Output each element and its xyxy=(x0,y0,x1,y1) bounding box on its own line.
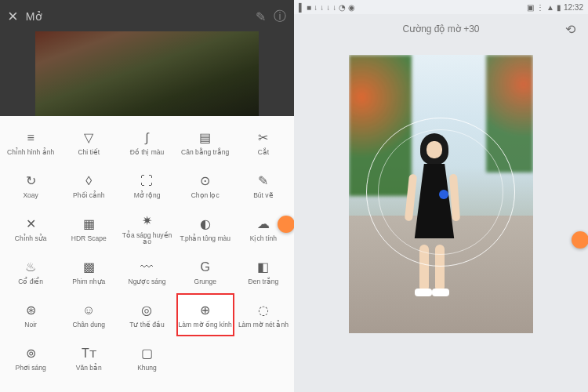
tool-glow[interactable]: ⊚Phơi sáng xyxy=(2,336,60,379)
tool-rotate[interactable]: ↻Xoay xyxy=(2,164,60,207)
tool-headpose[interactable]: ◎Tư thế đầu xyxy=(118,293,176,336)
retrolux-icon: 〰 xyxy=(138,259,155,276)
details-icon: ▽ xyxy=(80,129,97,147)
crop-icon: ✂ xyxy=(255,129,272,147)
slider-value: Cường độ mờ +30 xyxy=(402,24,479,34)
download-icon: ↓ xyxy=(332,3,336,12)
tool-curves[interactable]: ∫Đồ thị màu xyxy=(118,121,176,164)
selective-icon: ⊙ xyxy=(197,172,214,190)
tool-label: Đồ thị màu xyxy=(129,149,166,156)
tool-label: Đen trắng xyxy=(247,278,281,285)
tool-label: Cân bằng trắng xyxy=(180,149,230,156)
right-screenshot: ▌ ■ ↓ ↓ ↓ ↓ ◔ ◉ ▣ ⋮ ▲ ▮ 12:32 Cường độ m… xyxy=(294,0,588,392)
photo xyxy=(349,55,533,333)
tool-label: Ngược sáng xyxy=(127,278,168,285)
tool-details[interactable]: ▽Chi tiết xyxy=(60,121,118,164)
healing-icon: ✕ xyxy=(22,216,39,233)
glamour-icon: ✷ xyxy=(138,212,155,230)
tool-label: Bút vẽ xyxy=(252,192,274,199)
tool-label: Tư thế đầu xyxy=(128,321,165,328)
tool-vignette[interactable]: ◌Làm mờ nét ảnh xyxy=(234,293,292,336)
tool-selective[interactable]: ⊙Chọn lọc xyxy=(176,164,234,207)
tool-noir[interactable]: ⊛Noir xyxy=(2,293,60,336)
tonal-icon: ◐ xyxy=(197,216,214,233)
left-top-bar: × Mở ✎ ⓘ xyxy=(0,0,294,33)
tool-label: Phối cảnh xyxy=(71,192,106,199)
edit-icon[interactable]: ✎ xyxy=(256,9,266,24)
fab-button[interactable] xyxy=(278,216,295,233)
top-dim-area: × Mở ✎ ⓘ xyxy=(0,0,294,116)
rotate-icon[interactable]: ⟲ xyxy=(565,22,575,37)
vignette-icon: ◌ xyxy=(255,302,272,319)
tool-label: Noir xyxy=(23,321,38,328)
close-icon[interactable]: × xyxy=(8,6,18,27)
circle-icon: ◉ xyxy=(348,3,355,12)
whitebalance-icon: ▤ xyxy=(197,129,214,147)
tool-label: Phim nhựa xyxy=(71,278,107,285)
tool-label: Chọn lọc xyxy=(190,192,221,199)
left-screenshot: × Mở ✎ ⓘ ≡Chỉnh hình ảnh▽Chi tiết∫Đồ thị… xyxy=(0,0,294,392)
tool-label: HDR Scape xyxy=(70,235,108,242)
battery-icon: ▮ xyxy=(557,3,561,12)
tool-label: Kịch tính xyxy=(249,235,278,242)
tool-lensblur[interactable]: ⊕Làm mờ ống kính xyxy=(176,293,234,336)
glow-icon: ⊚ xyxy=(22,345,39,362)
tool-crop[interactable]: ✂Cắt xyxy=(234,121,292,164)
preview-image xyxy=(35,31,259,116)
tool-hdr[interactable]: ▦HDR Scape xyxy=(60,207,118,250)
tool-retrolux[interactable]: 〰Ngược sáng xyxy=(118,250,176,293)
signal-icon: ▲ xyxy=(546,3,554,12)
portrait-icon: ☺ xyxy=(80,302,97,319)
grunge-icon: G xyxy=(197,259,214,276)
tool-tonal[interactable]: ◐T.phản tông màu xyxy=(176,207,234,250)
fab-button[interactable] xyxy=(572,231,588,249)
tool-text[interactable]: TᴛVăn bản xyxy=(60,336,118,379)
tune-icon: ≡ xyxy=(22,129,39,147)
tool-label: Mở rộng xyxy=(132,192,162,199)
blur-center-handle[interactable] xyxy=(439,190,448,199)
text-icon: Tᴛ xyxy=(80,345,97,362)
info-icon[interactable]: ⓘ xyxy=(274,9,286,25)
tool-label: Cắt xyxy=(256,149,271,156)
perspective-icon: ◊ xyxy=(80,172,97,190)
tool-label: Grunge xyxy=(193,278,218,285)
tool-label: Xoay xyxy=(21,192,39,199)
frames-icon: ▢ xyxy=(138,345,155,362)
tool-vintage[interactable]: ♨Cổ điển xyxy=(2,250,60,293)
download-icon: ↓ xyxy=(314,3,318,12)
vintage-icon: ♨ xyxy=(22,259,39,276)
tool-label: Chi tiết xyxy=(76,149,101,156)
status-left-icons: ▌ ■ ↓ ↓ ↓ ↓ ◔ ◉ xyxy=(299,3,355,12)
tool-brush[interactable]: ✎Bút vẽ xyxy=(234,164,292,207)
tool-glamour[interactable]: ✷Tỏa sáng huyền ảo xyxy=(118,207,176,250)
clock: 12:32 xyxy=(564,3,583,12)
tool-label: Phơi sáng xyxy=(14,365,48,372)
curves-icon: ∫ xyxy=(138,129,155,147)
cast-icon: ▣ xyxy=(527,3,534,12)
tool-label: Làm mờ ống kính xyxy=(177,321,234,328)
tool-tune[interactable]: ≡Chỉnh hình ảnh xyxy=(2,121,60,164)
tool-healing[interactable]: ✕Chỉnh sửa xyxy=(2,207,60,250)
tool-label: Tỏa sáng huyền ảo xyxy=(118,232,176,245)
tool-portrait[interactable]: ☺Chân dung xyxy=(60,293,118,336)
rotate-icon: ↻ xyxy=(22,172,39,190)
tool-perspective[interactable]: ◊Phối cảnh xyxy=(60,164,118,207)
tool-whitebalance[interactable]: ▤Cân bằng trắng xyxy=(176,121,234,164)
download-icon: ↓ xyxy=(326,3,330,12)
tool-grainy[interactable]: ▩Phim nhựa xyxy=(60,250,118,293)
tools-grid: ≡Chỉnh hình ảnh▽Chi tiết∫Đồ thị màu▤Cân … xyxy=(0,116,294,392)
bw-icon: ◧ xyxy=(255,259,272,276)
download-icon: ↓ xyxy=(320,3,324,12)
wifi-icon: ⋮ xyxy=(536,3,544,12)
tool-frames[interactable]: ▢Khung xyxy=(118,336,176,379)
cloud-icon: ◔ xyxy=(339,3,346,12)
grainy-icon: ▩ xyxy=(80,259,97,276)
expand-icon: ⛶ xyxy=(138,172,155,190)
photo-canvas[interactable] xyxy=(349,55,533,333)
tool-grunge[interactable]: GGrunge xyxy=(176,250,234,293)
brush-icon: ✎ xyxy=(255,172,272,190)
tool-expand[interactable]: ⛶Mở rộng xyxy=(118,164,176,207)
top-title: Mở xyxy=(26,10,248,23)
hdr-icon: ▦ xyxy=(80,216,97,233)
tool-bw[interactable]: ◧Đen trắng xyxy=(234,250,292,293)
